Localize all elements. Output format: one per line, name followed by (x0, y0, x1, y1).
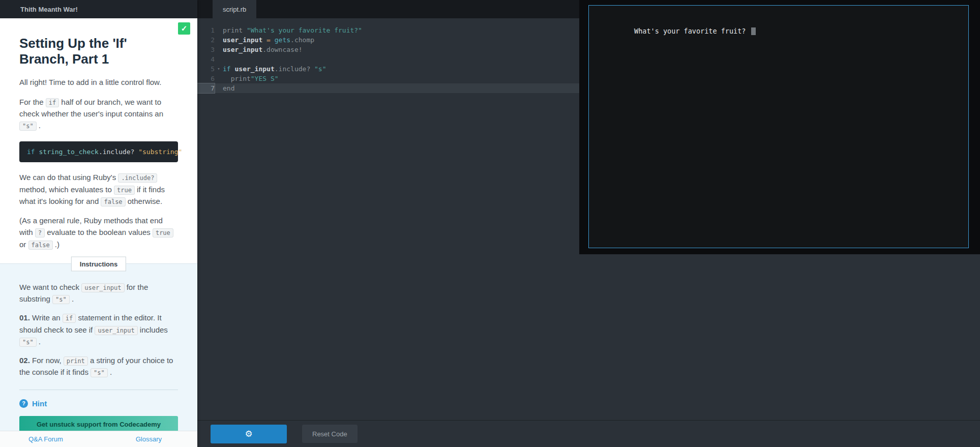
promo-banner[interactable]: Get unstuck support from Codecademy (19, 416, 178, 431)
promo-banner-text: Get unstuck support from Codecademy (37, 421, 161, 428)
hint-label: Hint (32, 399, 47, 408)
console-backdrop: What's your favorite fruit? (579, 0, 980, 254)
lesson-footer: Q&A Forum Glossary (0, 431, 197, 447)
gear-icon: ⚙ (245, 429, 252, 439)
run-button[interactable]: ⚙ (211, 425, 287, 443)
inline-code-chip: "s" (19, 338, 37, 347)
instruction-paragraph: 01. Write an if statement in the editor.… (19, 312, 178, 347)
inline-code-chip: ? (35, 228, 45, 237)
question-mark-icon: ? (19, 399, 28, 408)
app-root: Thith Meanth War! ✓ Setting Up the 'If' … (0, 0, 980, 447)
console-cursor (751, 27, 756, 35)
lesson-title: Setting Up the 'If' Branch, Part 1 (19, 36, 178, 67)
fold-gutter (215, 35, 223, 45)
lesson-content[interactable]: ✓ Setting Up the 'If' Branch, Part 1 All… (0, 18, 197, 431)
instructions-section: Instructions We want to check user_input… (0, 263, 197, 431)
inline-code-chip: true (114, 186, 135, 195)
fold-gutter (215, 45, 223, 54)
editor-actionbar: ⚙ Reset Code (197, 420, 980, 447)
lesson-paragraph: All right! Time to add in a little contr… (19, 76, 178, 88)
line-number: 6 (197, 74, 215, 83)
fold-gutter (215, 83, 223, 93)
inline-code-chip: if (63, 314, 76, 323)
line-number: 7 (197, 83, 215, 93)
line-number: 2 (197, 35, 215, 45)
reset-code-button[interactable]: Reset Code (302, 425, 358, 443)
tab-script-rb[interactable]: script.rb (213, 0, 256, 18)
console-panel[interactable]: What's your favorite fruit? (588, 5, 969, 248)
inline-code-chip: .include? (118, 173, 157, 183)
hint-toggle[interactable]: ? Hint (19, 399, 178, 408)
lesson-header-title: Thith Meanth War! (20, 6, 78, 13)
inline-code-chip: print (64, 356, 88, 366)
fold-gutter (215, 25, 223, 35)
qa-forum-link[interactable]: Q&A Forum (28, 435, 63, 443)
line-number: 1 (197, 25, 215, 35)
divider (19, 390, 178, 390)
lesson-panel: Thith Meanth War! ✓ Setting Up the 'If' … (0, 0, 197, 447)
instruction-paragraph: We want to check user_input for the subs… (19, 281, 178, 305)
inline-code-chip: "s" (91, 368, 108, 377)
checkmark-icon: ✓ (178, 22, 190, 35)
editor-area: script.rb 1print "What's your favorite f… (197, 0, 980, 447)
fold-gutter (215, 54, 223, 64)
line-number: 5 (197, 64, 215, 74)
line-number: 3 (197, 45, 215, 54)
lesson-scroll-area: Setting Up the 'If' Branch, Part 1 All r… (0, 18, 197, 250)
inline-code-chip: false (101, 197, 125, 206)
inline-code-chip: "s" (19, 122, 37, 131)
lesson-header: Thith Meanth War! (0, 0, 197, 18)
instruction-paragraph: 02. For now, print a string of your choi… (19, 354, 178, 378)
lesson-paragraph: (As a general rule, Ruby methods that en… (19, 215, 178, 250)
inline-code-chip: false (28, 241, 53, 250)
inline-code-chip: true (153, 228, 173, 237)
fold-gutter (215, 74, 223, 83)
lesson-paragraph: For the if half of our branch, we want t… (19, 96, 178, 132)
fold-arrow-icon[interactable]: ▾ (215, 64, 223, 74)
lesson-paragraph: We can do that using Ruby's .include? me… (19, 171, 178, 207)
inline-code-chip: "s" (52, 295, 70, 304)
example-code-block: if string_to_check.include? "substring" (19, 141, 178, 162)
glossary-link[interactable]: Glossary (136, 435, 162, 443)
instructions-label: Instructions (71, 256, 126, 271)
inline-code-chip: if (46, 98, 59, 107)
inline-code-chip: user_input (81, 283, 124, 292)
line-number: 4 (197, 54, 215, 64)
inline-code-chip: user_input (95, 326, 137, 335)
console-prompt-text: What's your favorite fruit? (634, 27, 750, 35)
